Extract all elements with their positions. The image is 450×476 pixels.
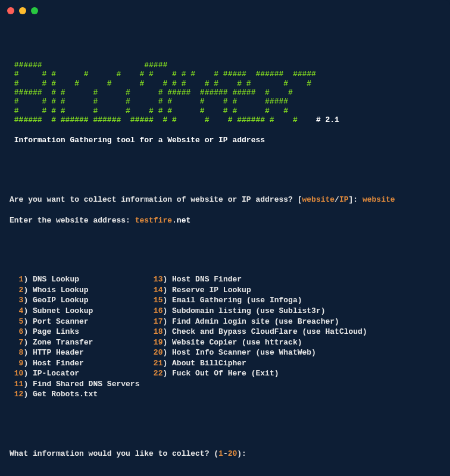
menu-num: 11: [10, 380, 23, 389]
menu-item[interactable]: ) About BillCipher: [162, 359, 246, 368]
menu-row: 2) Whois Lookup 14) Reserve IP Lookup: [10, 285, 440, 296]
menu-item[interactable]: ) Email Gathering (use Infoga): [162, 296, 302, 305]
terminal-window: ###### ##### # # # # # # # # # # # #####…: [0, 0, 450, 476]
menu-num: 7: [10, 338, 23, 347]
ascii-line: ###### # ###### ###### ##### # # # # ###…: [10, 115, 311, 124]
prompt-collect-info: Are you want to collect information of w…: [10, 195, 440, 205]
menu-item[interactable]: ) Check and Bypass CloudFlare (use HatCl…: [162, 327, 367, 336]
menu-item[interactable]: ) Host DNS Finder: [162, 275, 242, 284]
ascii-line: # # # # # # # # # # # # # # #: [10, 79, 330, 88]
menu-num: 16: [154, 306, 163, 315]
menu-row: 4) Subnet Lookup 16) Subdomain listing (…: [10, 306, 440, 317]
prompt-text: ]:: [349, 195, 362, 204]
menu-row: 8) HTTP Header 20) Host Info Scanner (us…: [10, 347, 440, 358]
prompt-text: What information would you like to colle…: [10, 449, 218, 458]
user-input-hostname[interactable]: testfire: [135, 216, 172, 225]
option-website: website: [302, 195, 335, 204]
menu-item[interactable]: ) Whois Lookup: [23, 286, 88, 295]
ascii-line: # # # # # # # # # # # #####: [10, 97, 311, 106]
menu-item[interactable]: ) Find Shared DNS Servers: [23, 380, 139, 389]
menu-num: 14: [154, 286, 163, 295]
menu-item[interactable]: ) Reserve IP Lookup: [162, 286, 251, 295]
ascii-line: ###### #####: [10, 61, 335, 70]
menu-row: 6) Page Links 18) Check and Bypass Cloud…: [10, 327, 440, 337]
menu-item[interactable]: ) Find Admin login site (use Breacher): [162, 317, 339, 326]
prompt-enter-website: Enter the website address: testfire.net: [10, 215, 440, 226]
ascii-line: # # # # # # # # # # # # # #: [10, 107, 311, 115]
menu-num: 17: [154, 317, 163, 326]
terminal-content[interactable]: ###### ##### # # # # # # # # # # # #####…: [0, 20, 450, 476]
menu-num: 2: [10, 286, 23, 295]
menu-item[interactable]: ) HTTP Header: [23, 348, 83, 357]
menu-columns: 1) DNS Lookup 13) Host DNS Finder 2) Who…: [10, 274, 440, 400]
menu-num: 9: [10, 359, 23, 368]
menu-num: 22: [154, 369, 163, 378]
ascii-line: ###### # # # # # ##### ###### ##### # #: [10, 88, 311, 97]
menu-num: 18: [154, 327, 163, 336]
menu-row: 10) IP-Locator 22) Fuck Out Of Here (Exi…: [10, 368, 440, 379]
menu-item[interactable]: ) DNS Lookup: [23, 275, 79, 284]
menu-num: 4: [10, 306, 23, 315]
menu-num: 1: [10, 275, 23, 284]
prompt-slash: /: [335, 195, 339, 204]
menu-item[interactable]: ) GeoIP Lookup: [23, 296, 88, 305]
menu-num: 19: [154, 338, 163, 347]
menu-item[interactable]: ) Get Robots.txt: [23, 390, 98, 399]
menu-item[interactable]: ) IP-Locator: [23, 369, 79, 378]
menu-num: 6: [10, 327, 23, 336]
version-label: # 2.1: [316, 115, 339, 124]
menu-row: 3) GeoIP Lookup 15) Email Gathering (use…: [10, 295, 440, 306]
menu-row: 7) Zone Transfer 19) Website Copier (use…: [10, 337, 440, 348]
tagline: Information Gathering tool for a Website…: [10, 135, 440, 146]
menu-num: 13: [154, 275, 163, 284]
menu-num: 15: [154, 296, 163, 305]
menu-item[interactable]: ) Host Finder: [23, 359, 83, 368]
menu-row: 1) DNS Lookup 13) Host DNS Finder: [10, 274, 440, 285]
menu-row: 12) Get Robots.txt: [10, 389, 440, 400]
menu-num: 12: [10, 390, 23, 399]
menu-row: 11) Find Shared DNS Servers: [10, 379, 440, 390]
user-input-tld[interactable]: .net: [172, 216, 190, 225]
prompt-what-info: What information would you like to colle…: [10, 449, 440, 459]
menu-item[interactable]: ) Zone Transfer: [23, 338, 93, 347]
menu-item[interactable]: ) Page Links: [23, 327, 79, 336]
menu-item[interactable]: ) Fuck Out Of Here (Exit): [162, 369, 279, 378]
menu-item[interactable]: ) Port Scanner: [23, 317, 88, 326]
window-close-button[interactable]: [7, 7, 14, 14]
menu-item[interactable]: ) Website Copier (use httrack): [162, 338, 302, 347]
menu-item[interactable]: ) Host Info Scanner (use WhatWeb): [162, 348, 315, 357]
prompt-text: ):: [237, 449, 246, 458]
prompt-text: Are you want to collect information of w…: [10, 195, 302, 204]
window-minimize-button[interactable]: [19, 7, 26, 14]
ascii-line: # # # # # # # # # # # ##### ###### #####: [10, 70, 335, 79]
menu-row: 9) Host Finder 21) About BillCipher: [10, 358, 440, 369]
ascii-banner: ###### ##### # # # # # # # # # # # #####…: [10, 52, 440, 125]
menu-item[interactable]: ) Subnet Lookup: [23, 306, 93, 315]
menu-num: 5: [10, 317, 23, 326]
range-dash: -: [223, 449, 228, 458]
menu-num: 8: [10, 348, 23, 357]
menu-num: 3: [10, 296, 23, 305]
menu-num: 21: [154, 359, 163, 368]
menu-num: 10: [10, 369, 23, 378]
range-low: 1: [218, 449, 223, 458]
range-high: 20: [228, 449, 238, 458]
window-titlebar: [0, 5, 450, 20]
menu-item[interactable]: ) Subdomain listing (use Sublist3r): [162, 306, 325, 315]
menu-row: 5) Port Scanner 17) Find Admin login sit…: [10, 317, 440, 327]
prompt-text: Enter the website address:: [10, 216, 135, 225]
window-zoom-button[interactable]: [31, 7, 38, 14]
menu-num: 20: [154, 348, 163, 357]
option-ip: IP: [339, 195, 349, 204]
user-input-website[interactable]: website: [362, 195, 395, 204]
